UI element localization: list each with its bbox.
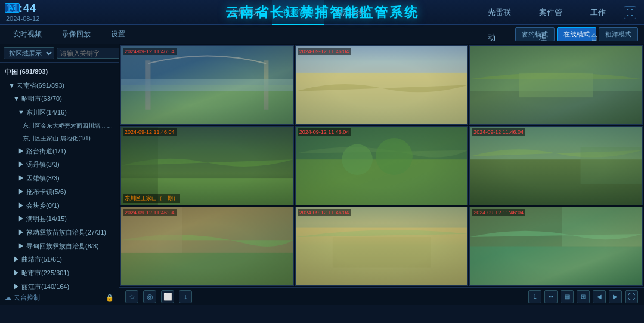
timestamp-4: 2024-09-12 11:46:04 [123, 128, 177, 136]
svg-rect-19 [581, 147, 642, 184]
tree-item-dongchuan-wangshan[interactable]: 东川区王家山-属地化(1/1) [0, 132, 119, 144]
corner-button[interactable]: ⛶ [624, 6, 636, 19]
nav-guanglei[interactable]: 光雷联动 [477, 0, 528, 25]
svg-point-15 [376, 138, 413, 175]
tree-item-huikuai[interactable]: ▶ 会块乡(0/1) [0, 199, 119, 213]
mode-window[interactable]: 窗约模式 [515, 27, 555, 41]
tab-realtime-video[interactable]: 实时视频 [6, 27, 49, 42]
video-cell-6[interactable]: 2024-09-12 11:46:04 [469, 126, 643, 205]
grid-2x2[interactable]: ▪▪ [544, 290, 558, 303]
tree-item-lijiang[interactable]: ▶ 丽江市(140/164) [0, 280, 119, 290]
top-right-navigation: 光雷联动 案件管理 工作台 ⛶ [477, 0, 644, 25]
record-button[interactable]: ⬜ [161, 290, 174, 303]
video-area: 2024-09-12 11:46:04 2024-09-12 11:46:04 [119, 44, 644, 305]
tree-item-lutai[interactable]: ▶ 路台街道(1/1) [0, 144, 119, 158]
svg-rect-28 [562, 207, 642, 247]
tab-settings[interactable]: 设置 [104, 27, 132, 42]
tree-item-zhaoming[interactable]: ▼ 昭明市(63/70) [0, 92, 119, 106]
sub-header: 实时视频 录像回放 设置 窗约模式 在线模式 粗洋模式 [0, 25, 644, 44]
fullscreen-button[interactable]: ⛶ [625, 290, 638, 303]
tree-item-yinxiong[interactable]: ▶ 因雄镇(3/3) [0, 171, 119, 185]
mode-coarse[interactable]: 粗洋模式 [599, 27, 638, 41]
top-header: 11:44 2024-08-12 全景展示 视频管理 禁渔态势 云南省长江禁捕智… [0, 0, 644, 25]
search-input[interactable] [57, 48, 119, 59]
sidebar-search-bar: 按区域展示 🔍 ⟳ [0, 44, 119, 63]
mode-buttons: 窗约模式 在线模式 粗洋模式 [515, 27, 638, 41]
tree-item-china[interactable]: 中国 (691/893) [0, 65, 119, 79]
nav-jinyuqingshi[interactable]: 禁渔态势 [324, 0, 377, 25]
svg-rect-6 [296, 73, 468, 124]
lock-icon: 🔒 [106, 294, 114, 302]
ptz-label: 云台控制 [14, 293, 40, 302]
tree-item-yunnan[interactable]: ▼ 云南省(691/893) [0, 79, 119, 93]
region-select[interactable]: 按区域展示 [4, 47, 54, 59]
timestamp-2: 2024-09-12 11:46:04 [298, 48, 351, 55]
video-cell-3[interactable] [469, 45, 643, 125]
video-cell-4[interactable]: 2024-09-12 11:46:04 东川区王家山（一期） [120, 126, 294, 205]
date: 2024-08-12 [6, 15, 119, 22]
video-cell-9[interactable]: 2024-09-12 11:46:04 [469, 207, 643, 286]
tree-item-zhaoshi[interactable]: ▶ 昭市市(225/301) [0, 266, 119, 280]
ptz-control[interactable]: ☁ 云台控制 🔒 [0, 290, 119, 305]
svg-rect-9 [519, 73, 593, 97]
svg-rect-25 [333, 237, 431, 268]
grid-1x1[interactable]: 1 [528, 290, 541, 303]
ai-badge: Ai [5, 3, 20, 13]
tree-item-luquan[interactable]: ▶ 禄劝彝族苗族自治县(27/31) [0, 226, 119, 239]
tree-item-manming[interactable]: ▶ 满明县(14/15) [0, 212, 119, 226]
tree-item-tangdan[interactable]: ▶ 汤丹镇(3/3) [0, 158, 119, 171]
video-cell-1[interactable]: 2024-09-12 11:46:04 [120, 45, 294, 125]
nav-video[interactable]: 视频管理 [272, 0, 324, 25]
ptz-icon: ☁ [5, 294, 11, 302]
nav-anjian[interactable]: 案件管理 [528, 0, 580, 25]
svg-rect-21 [121, 253, 293, 285]
clock: 11:44 [6, 2, 119, 15]
timestamp-1: 2024-09-12 11:46:04 [123, 48, 177, 55]
video-cell-8[interactable]: 2024-09-12 11:46:04 [295, 207, 469, 286]
download-button[interactable]: ↓ [179, 290, 192, 303]
svg-rect-27 [470, 247, 642, 286]
star-button[interactable]: ☆ [125, 290, 138, 303]
tree-item-tuobuka[interactable]: ▶ 拖布卡镇(5/6) [0, 185, 119, 199]
sidebar-tree: 中国 (691/893) ▼ 云南省(691/893) ▼ 昭明市(63/70)… [0, 63, 119, 290]
video-cell-7[interactable]: 2024-09-12 11:46:04 [120, 207, 294, 286]
grid-layout-buttons: 1 ▪▪ ▦ ⊞ ◀ ▶ ⛶ [528, 290, 638, 303]
video-grid: 2024-09-12 11:46:04 2024-09-12 11:46:04 [119, 44, 644, 287]
video-cell-5[interactable]: 2024-09-12 11:46:04 [295, 126, 469, 205]
timestamp-6: 2024-09-12 11:46:04 [472, 128, 525, 136]
nav-quanjing[interactable]: 全景展示 [219, 0, 272, 25]
svg-rect-12 [121, 127, 158, 205]
screenshot-button[interactable]: ◎ [143, 290, 156, 303]
timestamp-7: 2024-09-12 11:46:04 [123, 209, 177, 216]
video-cell-2[interactable]: 2024-09-12 11:46:04 [295, 45, 469, 125]
label-4: 东川区王家山（一期） [123, 194, 180, 203]
sidebar: 按区域展示 🔍 ⟳ 中国 (691/893) ▼ 云南省(691/893) ▼ … [0, 44, 119, 305]
main-content: 按区域展示 🔍 ⟳ 中国 (691/893) ▼ 云南省(691/893) ▼ … [0, 44, 644, 305]
grid-3x3[interactable]: ▦ [561, 290, 574, 303]
svg-rect-4 [121, 79, 293, 91]
timestamp-9: 2024-09-12 11:46:04 [472, 209, 525, 216]
tree-item-dongchuan[interactable]: ▼ 东川区(14/16) [0, 106, 119, 119]
tree-item-dongchuan-bridge[interactable]: 东川区金东大桥旁对面四川墙... (1/1) [0, 119, 119, 132]
bottom-toolbar: ☆ ◎ ⬜ ↓ 1 ▪▪ ▦ ⊞ ◀ ▶ ⛶ [119, 287, 644, 305]
grid-4x4[interactable]: ⊞ [577, 290, 590, 303]
tree-item-qujing[interactable]: ▶ 曲靖市(51/61) [0, 253, 119, 266]
nav-gongtai[interactable]: 工作台 [580, 0, 624, 25]
timestamp-8: 2024-09-12 11:46:04 [298, 209, 351, 216]
tab-playback[interactable]: 录像回放 [55, 27, 98, 42]
prev-page[interactable]: ◀ [593, 290, 606, 303]
next-page[interactable]: ▶ [609, 290, 622, 303]
top-navigation: 全景展示 视频管理 禁渔态势 [119, 0, 477, 25]
svg-point-16 [342, 144, 373, 175]
timestamp-5: 2024-09-12 11:46:04 [298, 128, 351, 136]
tree-item-xundian[interactable]: ▶ 寻甸回族彝族自治县(8/8) [0, 239, 119, 253]
